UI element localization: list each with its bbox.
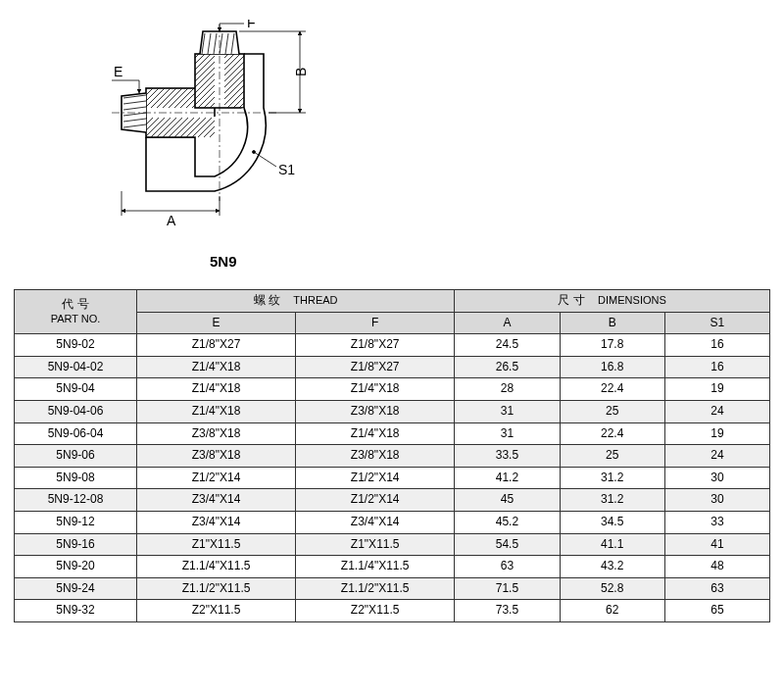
hdr-thread: 螺 纹 THREAD xyxy=(137,290,455,313)
dim-label-e: E xyxy=(114,64,122,79)
hdr-b: B xyxy=(560,312,664,334)
hdr-dimensions: 尺 寸 DIMENSIONS xyxy=(455,290,770,313)
cell-f: Z1/8"X27 xyxy=(296,334,455,357)
dim-label-a: A xyxy=(167,213,176,228)
cell-a: 45.2 xyxy=(455,511,560,533)
table-row: 5N9-20Z1.1/4"X11.5Z1.1/4"X11.56343.248 xyxy=(15,556,770,578)
cell-e: Z2"X11.5 xyxy=(137,600,296,622)
cell-s1: 30 xyxy=(664,467,769,489)
cell-s1: 24 xyxy=(664,445,769,468)
table-row: 5N9-04-06Z1/4"X18Z3/8"X18312524 xyxy=(15,400,770,422)
table-row: 5N9-04Z1/4"X18Z1/4"X182822.419 xyxy=(15,378,770,401)
dim-label-b: B xyxy=(293,68,309,76)
cell-b: 25 xyxy=(560,445,664,468)
cell-b: 17.8 xyxy=(560,334,664,357)
table-row: 5N9-24Z1.1/2"X11.5Z1.1/2"X11.571.552.863 xyxy=(15,577,770,600)
cell-s1: 16 xyxy=(664,334,769,357)
cell-a: 54.5 xyxy=(455,533,560,556)
cell-a: 31 xyxy=(455,400,560,422)
table-row: 5N9-08Z1/2"X14Z1/2"X1441.231.230 xyxy=(15,467,770,489)
svg-point-16 xyxy=(253,151,256,154)
cell-b: 43.2 xyxy=(560,556,664,578)
table-row: 5N9-06Z3/8"X18Z3/8"X1833.52524 xyxy=(15,445,770,468)
cell-e: Z3/8"X18 xyxy=(137,445,296,468)
cell-e: Z1.1/2"X11.5 xyxy=(137,577,296,600)
cell-b: 22.4 xyxy=(560,378,664,401)
table-row: 5N9-04-02Z1/4"X18Z1/8"X2726.516.816 xyxy=(15,356,770,378)
cell-a: 33.5 xyxy=(455,445,560,468)
cell-pn: 5N9-16 xyxy=(15,533,137,556)
cell-a: 31 xyxy=(455,422,560,445)
part-title: 5N9 xyxy=(210,253,770,270)
cell-f: Z1.1/4"X11.5 xyxy=(296,556,455,578)
cell-f: Z1/2"X14 xyxy=(296,489,455,512)
cell-f: Z1.1/2"X11.5 xyxy=(296,577,455,600)
cell-b: 31.2 xyxy=(560,467,664,489)
cell-a: 73.5 xyxy=(455,600,560,622)
cell-b: 52.8 xyxy=(560,577,664,600)
cell-e: Z1"X11.5 xyxy=(137,533,296,556)
cell-pn: 5N9-06 xyxy=(15,445,137,468)
cell-pn: 5N9-04-02 xyxy=(15,356,137,378)
hdr-s1: S1 xyxy=(664,312,769,334)
cell-a: 26.5 xyxy=(455,356,560,378)
table-row: 5N9-12-08Z3/4"X14Z1/2"X144531.230 xyxy=(15,489,770,512)
cell-f: Z3/4"X14 xyxy=(296,511,455,533)
cell-b: 34.5 xyxy=(560,511,664,533)
cell-e: Z1/4"X18 xyxy=(137,378,296,401)
cell-pn: 5N9-02 xyxy=(15,334,137,357)
table-row: 5N9-06-04Z3/8"X18Z1/4"X183122.419 xyxy=(15,422,770,445)
cell-e: Z3/8"X18 xyxy=(137,422,296,445)
cell-f: Z3/8"X18 xyxy=(296,400,455,422)
cell-pn: 5N9-04-06 xyxy=(15,400,137,422)
cell-a: 71.5 xyxy=(455,577,560,600)
cell-pn: 5N9-24 xyxy=(15,577,137,600)
cell-f: Z3/8"X18 xyxy=(296,445,455,468)
cell-pn: 5N9-06-04 xyxy=(15,422,137,445)
cell-pn: 5N9-20 xyxy=(15,556,137,578)
cell-s1: 30 xyxy=(664,489,769,512)
table-row: 5N9-32Z2"X11.5Z2"X11.573.56265 xyxy=(15,600,770,622)
hdr-f: F xyxy=(296,312,455,334)
cell-e: Z1/4"X18 xyxy=(137,356,296,378)
cell-s1: 24 xyxy=(664,400,769,422)
cell-a: 63 xyxy=(455,556,560,578)
hdr-e: E xyxy=(137,312,296,334)
cell-s1: 41 xyxy=(664,533,769,556)
cell-e: Z1/2"X14 xyxy=(137,467,296,489)
cell-pn: 5N9-12-08 xyxy=(15,489,137,512)
cell-e: Z3/4"X14 xyxy=(137,489,296,512)
hdr-a: A xyxy=(455,312,560,334)
cell-f: Z1"X11.5 xyxy=(296,533,455,556)
cell-f: Z1/2"X14 xyxy=(296,467,455,489)
spec-table: 代 号 PART NO. 螺 纹 THREAD 尺 寸 DIMENSIONS E… xyxy=(14,289,770,622)
cell-pn: 5N9-08 xyxy=(15,467,137,489)
dim-label-s1: S1 xyxy=(278,162,295,177)
cell-a: 41.2 xyxy=(455,467,560,489)
cell-f: Z2"X11.5 xyxy=(296,600,455,622)
table-row: 5N9-12Z3/4"X14Z3/4"X1445.234.533 xyxy=(15,511,770,533)
cell-b: 25 xyxy=(560,400,664,422)
cell-f: Z1/4"X18 xyxy=(296,422,455,445)
cell-s1: 63 xyxy=(664,577,769,600)
cell-f: Z1/4"X18 xyxy=(296,378,455,401)
cell-e: Z3/4"X14 xyxy=(137,511,296,533)
cell-pn: 5N9-04 xyxy=(15,378,137,401)
cell-a: 28 xyxy=(455,378,560,401)
cell-b: 31.2 xyxy=(560,489,664,512)
cell-e: Z1.1/4"X11.5 xyxy=(137,556,296,578)
cell-b: 22.4 xyxy=(560,422,664,445)
cell-e: Z1/8"X27 xyxy=(137,334,296,357)
cell-b: 16.8 xyxy=(560,356,664,378)
cell-s1: 48 xyxy=(664,556,769,578)
dim-label-f: F xyxy=(247,20,256,30)
cell-s1: 19 xyxy=(664,422,769,445)
cell-s1: 19 xyxy=(664,378,769,401)
cell-s1: 33 xyxy=(664,511,769,533)
table-row: 5N9-16Z1"X11.5Z1"X11.554.541.141 xyxy=(15,533,770,556)
cell-a: 24.5 xyxy=(455,334,560,357)
technical-drawing: E F A B S1 xyxy=(92,20,347,235)
cell-s1: 16 xyxy=(664,356,769,378)
cell-pn: 5N9-32 xyxy=(15,600,137,622)
cell-e: Z1/4"X18 xyxy=(137,400,296,422)
